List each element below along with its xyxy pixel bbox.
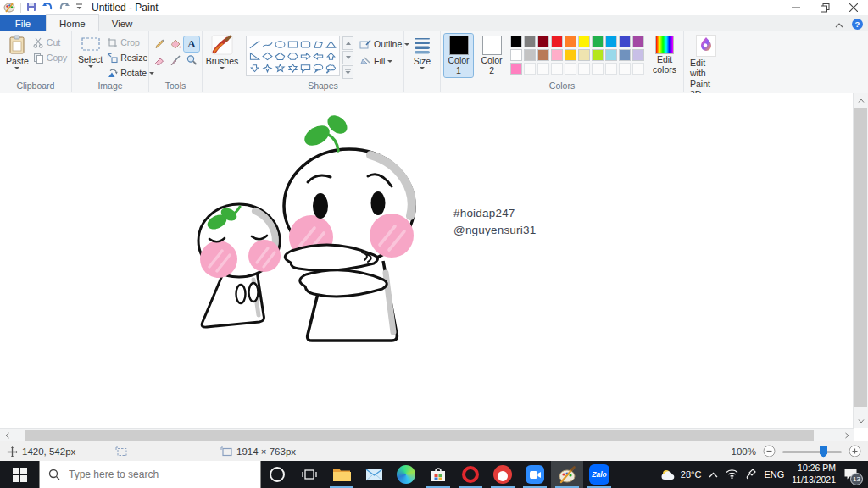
paste-button[interactable]: Paste — [3, 34, 31, 70]
mail-button[interactable] — [358, 461, 390, 488]
zoom-slider[interactable] — [782, 451, 842, 453]
palette-swatch-empty[interactable] — [632, 63, 644, 75]
start-button[interactable] — [0, 461, 39, 488]
horizontal-scrollbar[interactable] — [0, 428, 854, 441]
taskbar-search[interactable] — [39, 461, 261, 488]
text-tool-button[interactable]: A — [184, 36, 199, 52]
close-button[interactable] — [839, 0, 868, 15]
shape-oval-icon[interactable] — [274, 38, 287, 50]
vertical-scrollbar-thumb[interactable] — [854, 108, 867, 407]
shape-five-point-star-icon[interactable] — [274, 62, 287, 74]
palette-swatch-empty[interactable] — [565, 63, 576, 75]
fill-tool-button[interactable] — [168, 36, 183, 52]
file-explorer-button[interactable] — [326, 461, 358, 488]
tab-view[interactable]: View — [99, 15, 146, 31]
edge-button[interactable] — [390, 461, 422, 488]
tray-expand-icon[interactable] — [709, 469, 718, 480]
shape-down-arrow-icon[interactable] — [248, 62, 261, 74]
paint-taskbar-button[interactable] — [551, 461, 583, 488]
shape-polygon-icon[interactable] — [312, 38, 325, 50]
fill-button[interactable]: Fill — [359, 54, 409, 68]
collapse-ribbon-icon[interactable] — [835, 16, 843, 31]
shapes-scroll-up-icon[interactable] — [342, 36, 353, 50]
palette-swatch-empty[interactable] — [537, 63, 549, 75]
shape-cloud-callout-icon[interactable] — [325, 62, 337, 74]
shape-hexagon-icon[interactable] — [287, 50, 299, 62]
shape-six-point-star-icon[interactable] — [287, 62, 299, 74]
palette-swatch[interactable] — [510, 49, 522, 61]
shape-left-arrow-icon[interactable] — [312, 50, 325, 62]
clock[interactable]: 10:26 PM 11/13/2021 — [792, 463, 836, 485]
drawing-canvas[interactable]: #hoidap247 @nguyensuri31 — [0, 93, 854, 428]
palette-swatch[interactable] — [565, 49, 576, 61]
palette-swatch[interactable] — [592, 36, 604, 47]
palette-swatch-empty[interactable] — [592, 63, 604, 75]
palette-swatch[interactable] — [619, 49, 631, 61]
minimize-button[interactable] — [782, 0, 810, 15]
palette-swatch[interactable] — [510, 63, 522, 75]
resize-button[interactable]: Resize — [107, 51, 154, 64]
shape-triangle-icon[interactable] — [325, 38, 337, 50]
shape-rectangle-icon[interactable] — [287, 38, 299, 50]
shape-rounded-callout-icon[interactable] — [299, 62, 312, 74]
color-picker-tool-button[interactable] — [168, 53, 183, 68]
search-input[interactable] — [67, 468, 240, 481]
audio-jack-icon[interactable] — [746, 469, 756, 481]
opera-button[interactable] — [454, 461, 487, 488]
weather-widget[interactable]: 28°C — [660, 469, 702, 481]
restore-button[interactable] — [810, 0, 839, 15]
palette-swatch[interactable] — [605, 49, 617, 61]
cortana-button[interactable] — [261, 461, 293, 488]
palette-swatch-empty[interactable] — [578, 63, 590, 75]
action-center-button[interactable]: 13 — [843, 468, 858, 482]
scroll-up-icon[interactable] — [854, 93, 868, 107]
crop-button[interactable]: Crop — [107, 36, 154, 49]
shape-rounded-rectangle-icon[interactable] — [299, 38, 312, 50]
customize-quick-access-button[interactable] — [75, 2, 83, 14]
help-icon[interactable]: ? — [852, 19, 863, 30]
rotate-button[interactable]: Rotate — [107, 66, 154, 80]
palette-swatch[interactable] — [632, 49, 644, 61]
horizontal-scrollbar-thumb[interactable] — [25, 430, 814, 441]
palette-swatch[interactable] — [510, 36, 522, 47]
palette-swatch[interactable] — [524, 36, 536, 47]
eraser-tool-button[interactable] — [152, 53, 167, 68]
vertical-scrollbar[interactable] — [853, 93, 868, 428]
redo-button[interactable] — [58, 2, 70, 14]
task-view-button[interactable] — [293, 461, 326, 488]
palette-swatch[interactable] — [537, 36, 549, 47]
palette-swatch[interactable] — [524, 49, 536, 61]
size-button[interactable]: Size — [409, 34, 435, 70]
color1-button[interactable]: Color 1 — [444, 34, 473, 77]
brushes-button[interactable]: Brushes — [203, 34, 242, 70]
palette-swatch[interactable] — [619, 36, 631, 47]
shape-up-arrow-icon[interactable] — [325, 50, 337, 62]
shape-right-triangle-icon[interactable] — [248, 50, 261, 62]
zoom-in-button[interactable] — [849, 445, 861, 459]
zoom-slider-thumb[interactable] — [820, 446, 827, 458]
shapes-scroll-down-icon[interactable] — [342, 51, 353, 64]
shape-right-arrow-icon[interactable] — [299, 50, 312, 62]
scroll-down-icon[interactable] — [854, 414, 868, 428]
palette-swatch-empty[interactable] — [524, 63, 536, 75]
palette-swatch[interactable] — [537, 49, 549, 61]
magnifier-tool-button[interactable] — [184, 53, 199, 68]
palette-swatch-empty[interactable] — [551, 63, 563, 75]
shape-line-icon[interactable] — [248, 38, 261, 50]
cut-button[interactable]: Cut — [33, 36, 68, 49]
shape-pentagon-icon[interactable] — [274, 50, 287, 62]
edit-with-paint3d-button[interactable]: Edit with Paint 3D — [687, 34, 725, 100]
language-indicator[interactable]: ENG — [764, 469, 784, 480]
edit-colors-button[interactable]: Edit colors — [649, 34, 680, 76]
scroll-right-icon[interactable] — [840, 429, 854, 441]
palette-swatch[interactable] — [632, 36, 644, 47]
pencil-tool-button[interactable] — [152, 36, 167, 52]
select-button[interactable]: Select — [75, 34, 105, 69]
save-button[interactable] — [26, 2, 36, 14]
color2-button[interactable]: Color 2 — [477, 34, 506, 77]
undo-button[interactable] — [42, 2, 53, 14]
shape-diamond-icon[interactable] — [261, 50, 274, 62]
palette-swatch[interactable] — [578, 36, 590, 47]
palette-swatch[interactable] — [592, 49, 604, 61]
palette-swatch-empty[interactable] — [619, 63, 631, 75]
